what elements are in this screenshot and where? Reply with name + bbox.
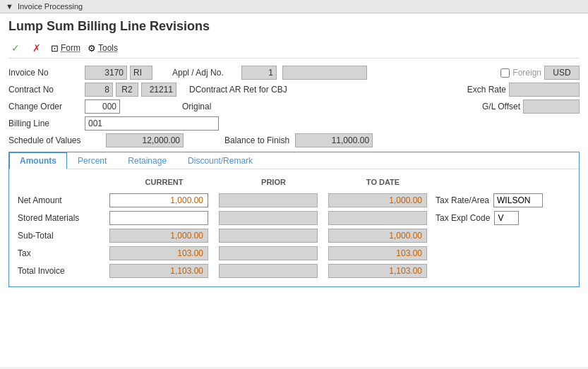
amounts-column-headers: CURRENT PRIOR TO DATE xyxy=(18,176,570,190)
title-bar-title: Invoice Processing xyxy=(18,2,83,11)
stored-materials-row: Stored Materials Tax Expl Code xyxy=(18,211,570,225)
change-order-label: Change Order xyxy=(8,102,79,111)
main-content: Lump Sum Billing Line Revisions ✓ ✗ ⊡ Fo… xyxy=(0,13,588,367)
exch-rate-input[interactable] xyxy=(509,83,580,97)
stored-materials-current[interactable] xyxy=(109,211,208,225)
gl-offset-input[interactable] xyxy=(523,99,580,114)
tab-percent[interactable]: Percent xyxy=(67,152,117,169)
tax-prior[interactable] xyxy=(219,246,318,260)
tab-retainage[interactable]: Retainage xyxy=(117,152,177,169)
page-title: Lump Sum Billing Line Revisions xyxy=(8,19,580,34)
tax-expl-input[interactable] xyxy=(494,211,519,225)
stored-materials-prior[interactable] xyxy=(219,211,318,225)
appl-adj-input[interactable] xyxy=(241,66,277,80)
tab-amounts[interactable]: Amounts xyxy=(9,152,67,169)
tax-row: Tax xyxy=(18,246,570,260)
change-order-row: Change Order Original G/L Offset xyxy=(8,99,580,114)
tax-todate[interactable] xyxy=(328,246,427,260)
stored-materials-todate[interactable] xyxy=(328,211,427,225)
tax-label: Tax xyxy=(18,248,109,258)
col-header-todate: TO DATE xyxy=(328,176,438,190)
billing-line-label: Billing Line xyxy=(8,119,79,128)
net-amount-current[interactable] xyxy=(109,193,208,207)
form-label: Form xyxy=(61,43,80,53)
currency-input[interactable] xyxy=(544,66,580,80)
tax-expl-label: Tax Expl Code xyxy=(436,213,490,223)
tools-label: Tools xyxy=(98,43,118,53)
tools-icon: ⚙ xyxy=(88,43,96,54)
net-amount-row: Net Amount Tax Rate/Area xyxy=(18,193,570,207)
contract-no-input[interactable] xyxy=(85,83,113,97)
total-invoice-prior[interactable] xyxy=(219,264,318,278)
original-label: Original xyxy=(182,102,211,111)
total-invoice-todate[interactable] xyxy=(328,264,427,278)
schedule-values-label: Schedule of Values xyxy=(8,135,100,145)
gl-offset-label: G/L Offset xyxy=(482,102,520,111)
exch-rate-label: Exch Rate xyxy=(467,85,506,95)
billing-line-row: Billing Line xyxy=(8,116,580,131)
schedule-values-input[interactable] xyxy=(106,133,184,147)
title-bar-icon: ▼ xyxy=(6,2,13,11)
invoice-no-code-input[interactable] xyxy=(130,66,152,80)
total-invoice-label: Total Invoice xyxy=(18,266,109,276)
form-menu[interactable]: ⊡ Form xyxy=(51,43,80,54)
tax-current[interactable] xyxy=(109,246,208,260)
gl-offset-group: G/L Offset xyxy=(482,99,580,114)
col-header-current: CURRENT xyxy=(109,176,219,190)
net-amount-prior[interactable] xyxy=(219,193,318,207)
appl-adj-extra xyxy=(282,66,367,80)
sub-total-label: Sub-Total xyxy=(18,231,109,241)
tax-rate-label: Tax Rate/Area xyxy=(436,195,489,205)
tools-menu[interactable]: ⚙ Tools xyxy=(88,43,118,54)
form-icon: ⊡ xyxy=(51,43,59,54)
foreign-label: Foreign xyxy=(512,68,541,78)
cancel-button[interactable]: ✗ xyxy=(30,41,44,55)
billing-line-input[interactable] xyxy=(85,116,219,131)
contract-row: Contract No DContract AR Ret for CBJ Exc… xyxy=(8,83,580,97)
contract-no-extra-input[interactable] xyxy=(141,83,176,97)
contract-desc: DContract AR Ret for CBJ xyxy=(189,85,287,95)
tax-rate-input[interactable] xyxy=(493,193,543,207)
col-header-prior: PRIOR xyxy=(219,176,328,190)
balance-finish-input[interactable] xyxy=(295,133,373,147)
toolbar: ✓ ✗ ⊡ Form ⚙ Tools xyxy=(8,38,580,59)
foreign-checkbox[interactable] xyxy=(500,68,510,78)
tax-expl-group: Tax Expl Code xyxy=(436,211,519,225)
title-bar: ▼ Invoice Processing xyxy=(0,0,588,13)
tabs-section: Amounts Percent Retainage Discount/Remar… xyxy=(8,152,580,287)
net-amount-todate[interactable] xyxy=(328,193,427,207)
sub-total-current[interactable] xyxy=(109,229,208,243)
sub-total-todate[interactable] xyxy=(328,229,427,243)
sub-total-prior[interactable] xyxy=(219,229,318,243)
schedule-row: Schedule of Values Balance to Finish xyxy=(8,133,580,147)
total-invoice-current[interactable] xyxy=(109,264,208,278)
balance-finish-label: Balance to Finish xyxy=(224,135,289,145)
tab-content-amounts: CURRENT PRIOR TO DATE Net Amount Tax Rat… xyxy=(9,169,579,286)
invoice-no-field-group xyxy=(85,66,152,80)
invoice-row: Invoice No Appl / Adj No. Foreign xyxy=(8,66,580,80)
check-button[interactable]: ✓ xyxy=(8,41,23,55)
contract-no-label: Contract No xyxy=(8,85,79,95)
appl-adj-label: Appl / Adj No. xyxy=(172,68,236,78)
tax-rate-group: Tax Rate/Area xyxy=(436,193,543,207)
tabs-header: Amounts Percent Retainage Discount/Remar… xyxy=(9,152,579,169)
form-area: Invoice No Appl / Adj No. Foreign Contra… xyxy=(8,66,580,147)
stored-materials-label: Stored Materials xyxy=(18,213,109,223)
net-amount-label: Net Amount xyxy=(18,195,109,205)
foreign-group: Foreign xyxy=(500,66,580,80)
total-invoice-row: Total Invoice xyxy=(18,264,570,278)
exch-rate-group: Exch Rate xyxy=(467,83,580,97)
contract-no-code-input[interactable] xyxy=(116,83,138,97)
invoice-no-label: Invoice No xyxy=(8,68,79,78)
sub-total-row: Sub-Total xyxy=(18,229,570,243)
invoice-no-input[interactable] xyxy=(85,66,127,80)
contract-no-field-group xyxy=(85,83,176,97)
tab-discount-remark[interactable]: Discount/Remark xyxy=(177,152,263,169)
change-order-input[interactable] xyxy=(85,99,120,114)
